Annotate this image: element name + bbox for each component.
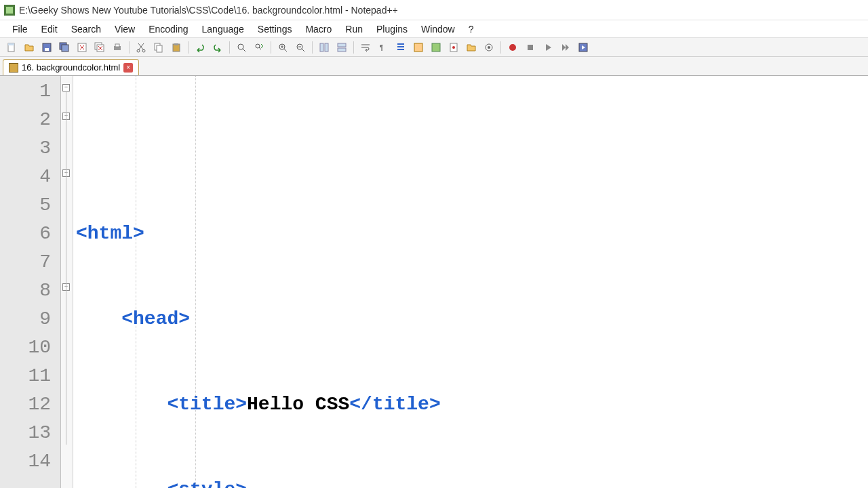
menu-plugins[interactable]: Plugins xyxy=(370,22,414,37)
line-number: 14 xyxy=(0,447,51,476)
menu-file[interactable]: File xyxy=(5,22,35,37)
toolbar-separator xyxy=(353,41,354,54)
svg-point-17 xyxy=(238,44,243,49)
menu-encoding[interactable]: Encoding xyxy=(142,22,195,37)
cut-button[interactable] xyxy=(134,40,149,55)
line-number: 5 xyxy=(0,191,51,220)
tab-bar: 16. backgroundcolor.html × xyxy=(0,57,868,76)
sync-h-button[interactable] xyxy=(334,40,349,55)
indent-guide xyxy=(136,76,136,488)
code-area[interactable]: <html> <head> <title>Hello CSS</title> <… xyxy=(73,76,868,488)
menu-edit[interactable]: Edit xyxy=(35,22,64,37)
svg-rect-1 xyxy=(8,43,14,45)
tab-file[interactable]: 16. backgroundcolor.html × xyxy=(3,59,139,75)
close-button[interactable] xyxy=(75,40,90,55)
svg-point-29 xyxy=(452,46,455,49)
menu-help[interactable]: ? xyxy=(462,22,481,37)
wordwrap-button[interactable] xyxy=(358,40,373,55)
toolbar-separator xyxy=(500,41,501,54)
svg-point-32 xyxy=(509,44,516,51)
svg-rect-27 xyxy=(432,43,440,52)
show-all-button[interactable]: ¶ xyxy=(376,40,391,55)
line-number: 8 xyxy=(0,277,51,305)
zoom-in-button[interactable] xyxy=(275,40,290,55)
code-line[interactable]: <title>Hello CSS</title> xyxy=(73,390,868,419)
new-file-button[interactable] xyxy=(4,40,19,55)
copy-button[interactable] xyxy=(151,40,166,55)
app-icon xyxy=(4,5,15,16)
record-button[interactable] xyxy=(505,40,520,55)
indent-guide xyxy=(195,76,196,488)
doc-map-button[interactable] xyxy=(429,40,443,55)
toolbar-separator xyxy=(229,41,230,54)
find-button[interactable] xyxy=(234,40,249,55)
menu-language[interactable]: Language xyxy=(195,22,251,37)
save-macro-button[interactable] xyxy=(576,40,591,55)
code-line[interactable]: <html> xyxy=(73,220,868,248)
redo-button[interactable] xyxy=(210,40,225,55)
toolbar-separator xyxy=(271,41,271,54)
doc-list-button[interactable] xyxy=(446,40,461,55)
indent-guide-button[interactable] xyxy=(393,40,408,55)
fold-column xyxy=(61,76,73,488)
window-title: E:\Geeky Shows New Youtube Tutorials\CSS… xyxy=(19,5,398,16)
svg-rect-10 xyxy=(115,44,119,47)
code-line[interactable]: <style> xyxy=(73,476,868,488)
file-icon xyxy=(9,63,18,73)
svg-rect-5 xyxy=(62,45,68,52)
replace-button[interactable] xyxy=(252,40,267,55)
udl-button[interactable] xyxy=(411,40,426,55)
stop-button[interactable] xyxy=(523,40,538,55)
toolbar-separator xyxy=(129,41,130,54)
close-all-button[interactable] xyxy=(92,40,107,55)
tab-label: 16. backgroundcolor.html xyxy=(22,62,120,73)
title-bar: E:\Geeky Shows New Youtube Tutorials\CSS… xyxy=(0,0,868,20)
menu-macro[interactable]: Macro xyxy=(298,22,338,37)
line-number: 3 xyxy=(0,134,51,163)
play-multi-button[interactable] xyxy=(558,40,573,55)
paste-button[interactable] xyxy=(169,40,184,55)
line-number: 9 xyxy=(0,305,51,333)
svg-rect-3 xyxy=(45,48,49,51)
func-list-button[interactable] xyxy=(464,40,479,55)
menu-bar: File Edit Search View Encoding Language … xyxy=(0,20,868,38)
svg-text:¶: ¶ xyxy=(380,44,383,52)
fold-toggle-icon[interactable] xyxy=(62,84,70,92)
menu-run[interactable]: Run xyxy=(338,22,370,37)
code-line[interactable]: <head> xyxy=(73,305,868,333)
svg-rect-14 xyxy=(157,45,162,52)
menu-settings[interactable]: Settings xyxy=(251,22,299,37)
svg-rect-16 xyxy=(174,43,178,45)
save-button[interactable] xyxy=(39,40,54,55)
menu-search[interactable]: Search xyxy=(64,22,108,37)
sync-v-button[interactable] xyxy=(317,40,332,55)
line-number: 11 xyxy=(0,362,51,390)
tab-close-button[interactable]: × xyxy=(123,63,133,73)
svg-rect-24 xyxy=(338,48,346,52)
toolbar: ¶ xyxy=(0,38,868,57)
line-number: 6 xyxy=(0,220,51,248)
save-all-button[interactable] xyxy=(57,40,72,55)
svg-rect-22 xyxy=(325,43,328,52)
monitor-button[interactable] xyxy=(481,40,496,55)
toolbar-separator xyxy=(188,41,189,54)
line-number: 1 xyxy=(0,77,51,106)
undo-button[interactable] xyxy=(193,40,208,55)
svg-point-31 xyxy=(488,46,490,49)
svg-rect-23 xyxy=(338,43,346,47)
editor[interactable]: 1 2 3 4 5 6 7 8 9 10 11 12 13 14 <html> … xyxy=(0,76,868,488)
menu-view[interactable]: View xyxy=(108,22,142,37)
print-button[interactable] xyxy=(110,40,125,55)
line-number: 2 xyxy=(0,106,51,134)
zoom-out-button[interactable] xyxy=(293,40,308,55)
open-file-button[interactable] xyxy=(22,40,37,55)
line-number: 10 xyxy=(0,333,51,362)
line-number: 12 xyxy=(0,390,51,419)
toolbar-separator xyxy=(312,41,313,54)
menu-window[interactable]: Window xyxy=(414,22,462,37)
line-number: 7 xyxy=(0,248,51,277)
svg-rect-21 xyxy=(320,43,323,52)
line-number: 4 xyxy=(0,163,51,191)
play-button[interactable] xyxy=(540,40,555,55)
line-number-gutter: 1 2 3 4 5 6 7 8 9 10 11 12 13 14 xyxy=(0,76,61,488)
